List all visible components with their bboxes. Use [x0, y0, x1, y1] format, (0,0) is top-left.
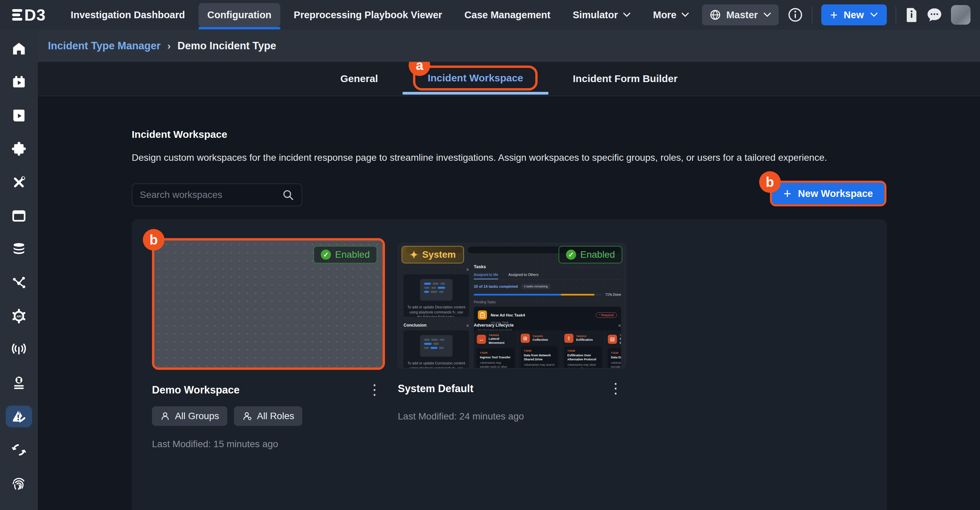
progress-inprogress-segment [561, 294, 594, 295]
top-nav-right-cluster: Master + New [702, 5, 980, 26]
tasks-remaining-chip: 4 tasks remaining [521, 284, 550, 289]
kebab-menu-icon[interactable]: ⋮ [605, 382, 626, 394]
info-icon[interactable] [788, 7, 803, 22]
plus-icon: + [783, 187, 791, 200]
nav-more[interactable]: More [644, 3, 698, 27]
status-badge-enabled: ✓ Enabled [558, 246, 622, 263]
sidebar-calendar-playbook-icon[interactable] [6, 71, 32, 93]
close-icon: × [466, 266, 469, 272]
breadcrumb-separator: › [167, 40, 171, 52]
workspace-list-container: b ✓ Enabled Demo Workspace ⋮ All [132, 219, 887, 510]
kebab-menu-icon[interactable]: ⋮ [364, 384, 385, 395]
task-name: New Ad Hoc Task4 [491, 313, 525, 317]
sidebar-events-icon[interactable] [6, 205, 32, 226]
new-workspace-button[interactable]: + New Workspace [772, 183, 885, 204]
plus-icon: + [830, 8, 837, 21]
sidebar-api-settings-icon[interactable]: API [6, 305, 32, 327]
breadcrumb-current: Demo Incident Type [178, 40, 276, 52]
search-input[interactable] [140, 190, 282, 200]
workspace-card-demo: b ✓ Enabled Demo Workspace ⋮ All [152, 238, 385, 449]
required-badge: * Required [596, 312, 617, 318]
chat-icon[interactable] [927, 8, 942, 22]
pending-tasks-label: Pending Tasks [474, 300, 621, 304]
nav-configuration[interactable]: Configuration [199, 3, 280, 27]
tab-assigned-to-me: Assigned to Me [474, 273, 498, 279]
chevron-down-icon [681, 12, 689, 18]
lifecycle-column-exfiltration: ⇧ TA0010Exfiltration T1048 Exfiltration … [561, 330, 605, 368]
annotation-badge-b: b [759, 171, 781, 193]
lifecycle-column-command-control: ▤ TA0011Command Control T1132 Data Encod… [605, 330, 621, 368]
main-nav: Investigation Dashboard Configuration Pr… [62, 3, 698, 27]
system-default-thumbnail[interactable]: ✦ System ✓ Enabled × [398, 243, 626, 368]
tasks-title: Tasks [474, 264, 621, 269]
check-icon: ✓ [321, 250, 331, 260]
workspace-name: Demo Workspace [152, 384, 240, 396]
tab-incident-form-builder[interactable]: Incident Form Builder [573, 73, 678, 84]
sidebar-web-reports-icon[interactable] [6, 372, 32, 394]
sidebar-identity-icon[interactable] [6, 472, 32, 494]
tab-assigned-to-others: Assigned to Others [508, 273, 538, 279]
nav-preprocessing-playbook-viewer[interactable]: Preprocessing Playbook Viewer [285, 3, 451, 27]
all-roles-chip: All Roles [234, 406, 302, 426]
tab-incident-workspace[interactable]: Incident Workspace [428, 72, 523, 84]
lifecycle-columns: ↔ TA0008Lateral Movement T1105 Ingress T… [474, 330, 621, 368]
technique-card: T1048 Exfiltration Over Alternative Prot… [564, 346, 601, 368]
assignment-chips: All Groups All Roles [152, 406, 385, 426]
active-tab-underline [402, 92, 549, 94]
lifecycle-column-lateral-movement: ↔ TA0008Lateral Movement T1105 Ingress T… [474, 330, 517, 368]
nav-investigation-dashboard[interactable]: Investigation Dashboard [62, 3, 194, 27]
placeholder-graphic [420, 279, 452, 301]
sidebar-broadcast-icon[interactable] [6, 339, 32, 360]
system-badge: ✦ System [401, 246, 464, 263]
d3-logo-text: D3 [24, 6, 46, 24]
sidebar-playbook-viewer-icon[interactable] [6, 105, 32, 126]
sidebar-home-icon[interactable] [6, 38, 32, 59]
annotation-box-a: a Incident Workspace [413, 65, 538, 91]
sidebar-integrations-icon[interactable] [6, 138, 32, 160]
nav-case-management[interactable]: Case Management [455, 3, 559, 27]
preview-description-panel: × To add or update Description content u… [404, 266, 469, 317]
sidebar-incident-type-editor-icon[interactable] [6, 406, 32, 427]
sidebar-automation-icon[interactable] [6, 439, 32, 461]
close-icon: × [466, 322, 469, 328]
main-content: Incident Workspace Design custom workspa… [38, 96, 980, 510]
technique-card: T1105 Ingress Tool Transfer Adversaries … [477, 348, 514, 368]
tab-general[interactable]: General [340, 73, 378, 84]
chevron-down-icon [763, 12, 771, 18]
exfiltration-icon: ⇧ [564, 334, 573, 343]
tenant-selector[interactable]: Master [702, 5, 779, 26]
diamond-icon: ✦ [410, 249, 418, 261]
divider [812, 6, 813, 23]
breadcrumb-parent-link[interactable]: Incident Type Manager [48, 40, 161, 52]
svg-text:API: API [16, 315, 22, 318]
avatar[interactable] [951, 5, 970, 25]
demo-workspace-thumbnail[interactable]: ✓ Enabled [154, 241, 383, 368]
sidebar-data-management-icon[interactable] [6, 239, 32, 260]
preview-tasks-panel: Tasks Assigned to Me Assigned to Others … [474, 264, 621, 317]
d3-logo[interactable]: D3 [12, 6, 46, 24]
collection-icon: ⊞ [521, 334, 530, 343]
breadcrumb: Incident Type Manager › Demo Incident Ty… [38, 30, 980, 62]
annotation-box-b-button: b + New Workspace [770, 181, 886, 206]
page-description: Design custom workspaces for the inciden… [132, 152, 886, 163]
lifecycle-title: Adversary Lifecycle [474, 323, 514, 328]
release-notes-icon[interactable] [905, 8, 918, 22]
card-title-row: System Default ⋮ [398, 382, 626, 395]
command-control-icon: ▤ [608, 335, 617, 344]
top-navigation-bar: D3 Investigation Dashboard Configuration… [0, 0, 980, 30]
workspace-search [132, 183, 302, 206]
progress-done-label: 71% Done [605, 293, 621, 296]
sidebar-connections-icon[interactable] [6, 272, 32, 293]
nav-simulator[interactable]: Simulator [564, 3, 640, 27]
tasks-completed-label: 10 of 14 tasks completed [474, 284, 518, 288]
search-icon[interactable] [282, 189, 294, 201]
status-badge-enabled: ✓ Enabled [313, 246, 377, 263]
new-button[interactable]: + New [821, 5, 887, 26]
lateral-movement-icon: ↔ [477, 335, 486, 344]
workspace-name: System Default [398, 382, 474, 395]
conclusion-title: Conclusion [404, 323, 426, 328]
chevron-down-icon [623, 12, 631, 18]
preview-conclusion-panel: Conclusion × To add or update Conclusion… [404, 322, 469, 368]
sidebar-utilities-icon[interactable] [6, 172, 32, 193]
lifecycle-column-collection: ⊞ TA0009Collection T1039 Data from Netwo… [517, 330, 561, 368]
